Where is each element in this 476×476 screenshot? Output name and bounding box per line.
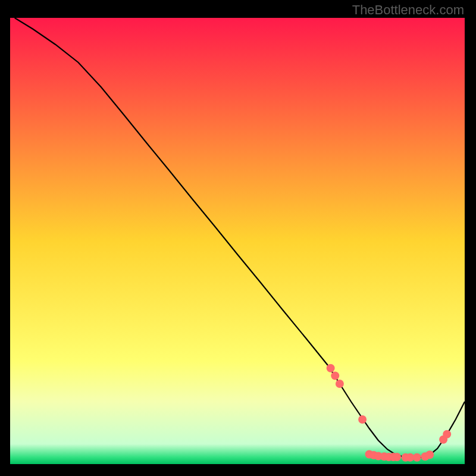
highlight-dot bbox=[413, 453, 421, 462]
highlight-dot bbox=[331, 372, 339, 380]
highlight-dot bbox=[393, 453, 401, 461]
highlight-dot bbox=[336, 380, 344, 388]
chart-svg bbox=[10, 18, 465, 464]
highlight-dot bbox=[425, 450, 434, 459]
highlight-dot bbox=[327, 364, 335, 372]
watermark-text: TheBottleneck.com bbox=[352, 2, 464, 18]
chart-area bbox=[10, 18, 465, 464]
highlight-dot bbox=[443, 430, 451, 439]
gradient-background bbox=[10, 18, 465, 464]
highlight-dot bbox=[358, 415, 367, 424]
